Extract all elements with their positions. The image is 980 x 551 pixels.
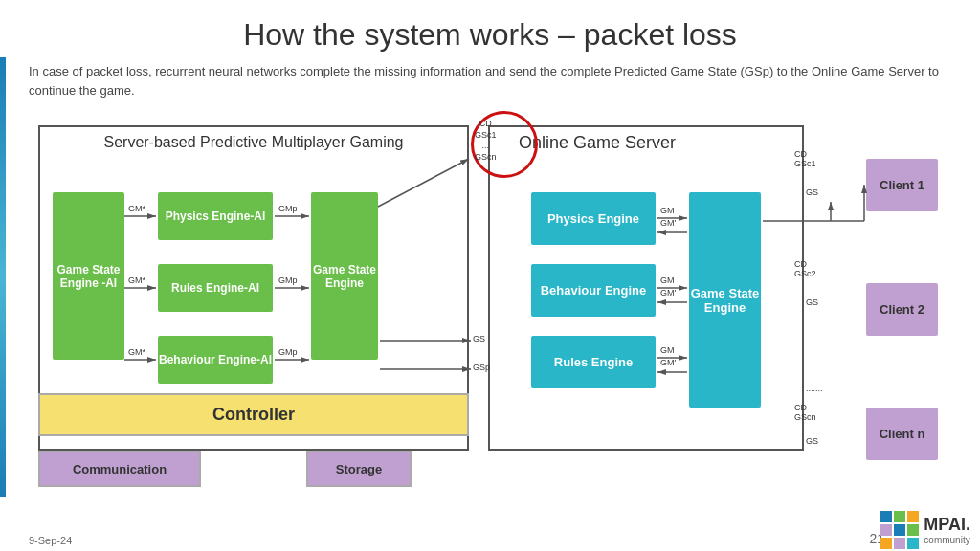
svg-rect-26 xyxy=(880,538,892,549)
label-gm-3: GM xyxy=(660,345,675,355)
svg-rect-28 xyxy=(907,538,919,549)
label-gsc2-right: GSc2 xyxy=(794,269,816,278)
mpai-grid-icon xyxy=(880,511,919,549)
controller-box: Controller xyxy=(38,393,469,436)
label-gs-right-2: GS xyxy=(806,298,818,307)
label-dots: ....... xyxy=(806,384,823,393)
label-gm-star-1: GM* xyxy=(128,204,145,213)
label-gm-prime-1: GM' xyxy=(660,218,676,228)
label-gs-right-1: GS xyxy=(806,187,818,197)
svg-rect-20 xyxy=(880,511,892,522)
label-cd-right-n: CD xyxy=(794,403,807,412)
rules-ai-box: Rules Engine-AI xyxy=(158,264,273,312)
label-gs-right-n: GS xyxy=(806,436,818,446)
mpai-name: MPAI. xyxy=(924,515,970,535)
svg-rect-25 xyxy=(907,524,919,536)
label-gm-1: GM xyxy=(660,206,675,215)
client2-box: Client 2 xyxy=(866,283,938,336)
gse-right-box: Game State Engine xyxy=(311,192,378,360)
label-gm-2: GM xyxy=(660,276,675,285)
label-gm-star-2: GM* xyxy=(128,276,145,285)
slide: How the system works – packet loss In ca… xyxy=(0,0,980,551)
cd-label: CD GSc1 ... GScn xyxy=(475,119,497,164)
physics-engine-box: Physics Engine xyxy=(531,192,656,245)
svg-rect-22 xyxy=(907,511,919,522)
ellipsis-text: ... xyxy=(475,141,497,152)
mpai-logo: MPAI. community xyxy=(880,511,970,549)
footer-date: 9-Sep-24 xyxy=(29,535,72,546)
label-gm-star-3: GM* xyxy=(128,347,145,357)
page-title: How the system works – packet loss xyxy=(29,17,951,53)
physics-ai-box: Physics Engine-AI xyxy=(158,192,273,240)
gsc1-text: GSc1 xyxy=(475,130,497,142)
label-gscn-right: GScn xyxy=(794,412,816,422)
label-gmp-1: GMp xyxy=(278,204,298,213)
behaviour-engine-box: Behaviour Engine xyxy=(531,264,656,317)
rules-engine-box: Rules Engine xyxy=(531,336,656,388)
svg-rect-21 xyxy=(894,511,905,522)
gscn-text: GScn xyxy=(475,152,497,164)
server-based-title: Server-based Predictive Multiplayer Gami… xyxy=(40,127,467,153)
label-gmp-3: GMp xyxy=(278,347,298,357)
behaviour-ai-box: Behaviour Engine-AI xyxy=(158,336,273,384)
storage-box: Storage xyxy=(306,451,412,487)
mpai-branding: MPAI. community xyxy=(924,515,970,545)
label-cd-right-1: CD xyxy=(794,149,807,159)
communication-box: Communication xyxy=(38,451,201,487)
clientn-box: Client n xyxy=(866,408,938,460)
gse-ai-box: Game State Engine -AI xyxy=(53,192,124,360)
label-gs: GS xyxy=(473,334,485,343)
accent-bar xyxy=(0,57,6,497)
subtitle: In case of packet loss, recurrent neural… xyxy=(29,62,951,99)
diagram: Server-based Predictive Multiplayer Gami… xyxy=(29,111,957,489)
client1-box: Client 1 xyxy=(866,159,938,211)
mpai-community: community xyxy=(924,535,970,545)
label-gmp-2: GMp xyxy=(278,276,298,285)
svg-rect-27 xyxy=(894,538,905,549)
svg-rect-24 xyxy=(894,524,905,536)
label-gm-prime-3: GM' xyxy=(660,358,676,367)
cd-text: CD xyxy=(475,119,497,130)
label-gsc1-right: GSc1 xyxy=(794,159,816,168)
label-cd-right-2: CD xyxy=(794,259,807,269)
gse-teal-box: Game State Engine xyxy=(689,192,761,408)
label-gsp: GSp xyxy=(473,363,490,372)
svg-rect-23 xyxy=(880,524,892,536)
label-gm-prime-2: GM' xyxy=(660,288,676,298)
